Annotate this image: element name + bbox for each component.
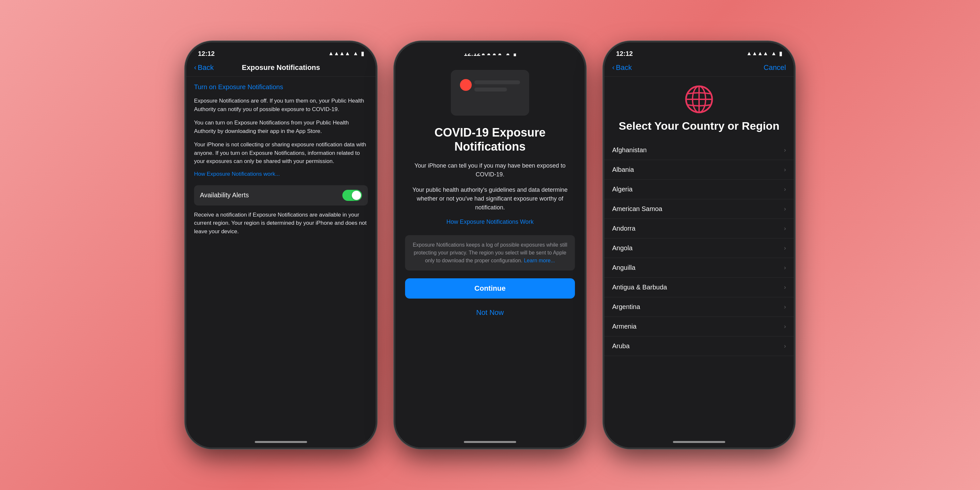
country-name: Anguilla <box>612 264 635 272</box>
country-name: Angola <box>612 244 632 252</box>
wifi-icon-3: ▲ <box>771 50 776 57</box>
exposure-icon <box>460 79 472 91</box>
status-time-3: 12:12 <box>616 50 633 57</box>
country-item-aruba[interactable]: Aruba › <box>605 336 794 356</box>
back-button-3[interactable]: ‹ Back <box>612 64 632 72</box>
country-item-argentina[interactable]: Argentina › <box>605 297 794 317</box>
back-chevron-icon: ‹ <box>194 64 196 72</box>
enable-link[interactable]: Turn on Exposure Notifications <box>194 83 368 91</box>
country-name: Antigua & Barbuda <box>612 283 667 291</box>
paragraph-2: You can turn on Exposure Notifications f… <box>194 119 368 135</box>
home-indicator-3 <box>673 441 725 443</box>
country-item-antigua[interactable]: Antigua & Barbuda › <box>605 278 794 297</box>
phones-container: 12:12 ▲▲▲▲ ▲ ▮ ‹ Back Exposure Notificat… <box>186 43 794 447</box>
phone-3: 12:12 ▲▲▲▲ ▲ ▮ ‹ Back Cancel <box>605 43 794 447</box>
not-now-button[interactable]: Not Now <box>405 305 575 320</box>
nav-bar-3: ‹ Back Cancel <box>605 60 794 77</box>
covid-title: COVID-19 Exposure Notifications <box>405 126 575 154</box>
battery-icon: ▮ <box>361 50 364 57</box>
globe-icon <box>684 84 714 114</box>
chevron-icon: › <box>784 343 786 350</box>
status-icons-3: ▲▲▲▲ ▲ ▮ <box>746 50 782 57</box>
globe-icon-container <box>605 84 794 114</box>
status-icons-2: ▲▲▲▲ ▲ ▮ <box>480 50 516 57</box>
signal-icon: ▲▲▲▲ <box>328 50 350 57</box>
home-indicator-2 <box>464 441 516 443</box>
chevron-icon: › <box>784 304 786 310</box>
country-name: Armenia <box>612 323 636 330</box>
chevron-icon: › <box>784 186 786 193</box>
paragraph-3: Your iPhone is not collecting or sharing… <box>194 140 368 165</box>
signal-icon-3: ▲▲▲▲ <box>746 50 768 57</box>
country-select-title: Select Your Country or Region <box>605 119 794 133</box>
back-label-1: Back <box>197 64 214 72</box>
toggle-label: Availability Alerts <box>200 191 249 199</box>
country-name: Albania <box>612 166 634 173</box>
covid-illustration <box>451 70 529 116</box>
settings-body: Turn on Exposure Notifications Exposure … <box>186 77 375 247</box>
chevron-icon: › <box>784 245 786 251</box>
chevron-icon: › <box>784 225 786 232</box>
illustration-lines <box>474 80 520 95</box>
back-label-3: Back <box>616 64 632 72</box>
chevron-icon: › <box>784 147 786 154</box>
privacy-box: Exposure Notifications keeps a log of po… <box>405 235 575 270</box>
country-item-algeria[interactable]: Algeria › <box>605 180 794 199</box>
country-item-american-samoa[interactable]: American Samoa › <box>605 199 794 219</box>
home-indicator-1 <box>255 441 307 443</box>
page-title-1: Exposure Notifications <box>242 64 320 72</box>
phone-2: 12:12 ▲▲▲▲ ▲ ▮ COVID-19 Expo <box>395 43 585 447</box>
chevron-icon: › <box>784 323 786 330</box>
availability-alerts-toggle[interactable] <box>342 190 362 201</box>
covid-desc-1: Your iPhone can tell you if you may have… <box>405 161 575 179</box>
country-item-afghanistan[interactable]: Afghanistan › <box>605 140 794 160</box>
country-item-angola[interactable]: Angola › <box>605 239 794 258</box>
nav-bar-1: ‹ Back Exposure Notifications <box>186 60 375 77</box>
how-notifications-work-link[interactable]: How Exposure Notifications Work <box>447 218 534 225</box>
country-name: Andorra <box>612 225 635 232</box>
wifi-icon-2: ▲ <box>505 50 511 57</box>
country-item-armenia[interactable]: Armenia › <box>605 317 794 336</box>
status-bar-1: 12:12 ▲▲▲▲ ▲ ▮ <box>186 43 375 60</box>
back-button-1[interactable]: ‹ Back <box>194 64 214 72</box>
country-list: Afghanistan › Albania › Algeria › Americ… <box>605 140 794 356</box>
chevron-icon: › <box>784 264 786 271</box>
availability-alerts-row: Availability Alerts <box>194 185 368 205</box>
country-name: Aruba <box>612 342 630 350</box>
signal-icon-2: ▲▲▲▲ <box>480 50 503 57</box>
how-it-works-link[interactable]: How Exposure Notifications work... <box>194 171 368 177</box>
country-name: Algeria <box>612 186 632 193</box>
chevron-icon: › <box>784 205 786 212</box>
country-name: Argentina <box>612 303 640 311</box>
country-name: Afghanistan <box>612 146 647 154</box>
battery-icon-2: ▮ <box>513 50 516 57</box>
status-icons-1: ▲▲▲▲ ▲ ▮ <box>328 50 364 57</box>
paragraph-1: Exposure Notifications are off. If you t… <box>194 97 368 113</box>
status-bar-3: 12:12 ▲▲▲▲ ▲ ▮ <box>605 43 794 60</box>
back-chevron-icon-3: ‹ <box>612 64 614 72</box>
cancel-button[interactable]: Cancel <box>764 64 786 72</box>
battery-icon-3: ▮ <box>779 50 782 57</box>
status-time-2: 12:12 <box>464 50 480 57</box>
wifi-icon: ▲ <box>353 50 358 57</box>
country-item-andorra[interactable]: Andorra › <box>605 219 794 239</box>
learn-more-link[interactable]: Learn more... <box>524 258 555 263</box>
line-1 <box>474 80 520 84</box>
country-item-anguilla[interactable]: Anguilla › <box>605 258 794 278</box>
chevron-icon: › <box>784 166 786 173</box>
country-item-albania[interactable]: Albania › <box>605 160 794 180</box>
covid-desc-2: Your public health authority's guideline… <box>405 186 575 212</box>
line-2 <box>474 88 507 91</box>
toggle-subtext: Receive a notification if Exposure Notif… <box>194 211 368 236</box>
phone-1: 12:12 ▲▲▲▲ ▲ ▮ ‹ Back Exposure Notificat… <box>186 43 375 447</box>
status-bar-2: 12:12 ▲▲▲▲ ▲ ▮ <box>452 43 528 60</box>
chevron-icon: › <box>784 284 786 291</box>
status-time-1: 12:12 <box>198 50 215 57</box>
country-name: American Samoa <box>612 205 662 213</box>
continue-button[interactable]: Continue <box>405 278 575 299</box>
